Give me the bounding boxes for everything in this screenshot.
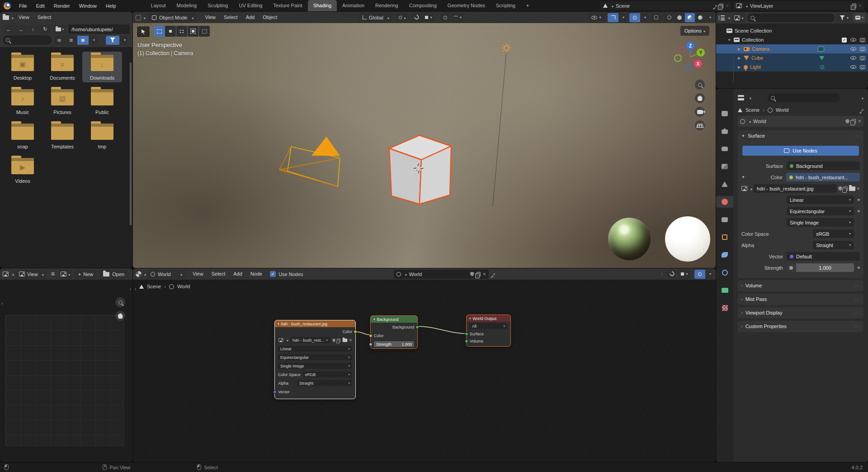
new-collection-button[interactable]: + [854,13,865,22]
scene-dropdown-icon[interactable] [610,3,613,9]
editor-type-dropdown-icon[interactable] [10,15,14,20]
output-target-dropdown[interactable]: All [467,322,510,330]
hide-eye-icon[interactable] [850,47,856,51]
panel-drag-handle[interactable]: :::: [854,311,860,315]
shading-rendered-button[interactable] [695,13,705,22]
shading-dropdown[interactable] [706,13,713,22]
pin-icon[interactable] [715,5,717,7]
node-environment-texture[interactable]: hdri - bush_restaurant.jpg Color hdri - … [275,320,355,399]
show-overlays-toggle[interactable] [629,13,640,22]
expand-arrow-icon[interactable]: ▶ [737,47,741,51]
env-color-space-row[interactable]: Color Space sRGB [275,370,355,379]
axis-y-positive[interactable]: Y [697,48,705,57]
display-thumbnails-button[interactable]: ▦ [77,36,89,45]
hide-eye-icon[interactable] [850,56,856,60]
file-browser-menu-item[interactable]: View [14,12,33,23]
viewport-menu-item[interactable]: Add [242,12,259,23]
node-overlays-toggle[interactable] [694,270,705,279]
folder-item[interactable]: ≡ Documents [42,52,82,82]
viewport-camera-view-button[interactable] [695,107,705,117]
proportional-editing-toggle[interactable] [440,13,451,22]
fake-user-icon[interactable] [470,272,474,277]
env-open-icon[interactable] [343,339,348,342]
mode-selector[interactable]: Object Mode [148,13,197,22]
select-mode-intersect-button[interactable] [199,26,210,37]
new-scene-icon[interactable] [719,4,723,8]
axis-z-positive[interactable]: Z [686,42,694,50]
folder-item[interactable]: ♪ Music [3,86,42,117]
properties-tab[interactable] [716,161,733,172]
shader-menu-item[interactable]: Node [246,268,266,280]
image-fake-user-icon[interactable] [838,186,842,191]
workspace-tab[interactable]: Scripting [491,0,521,11]
source-dropdown[interactable]: Single Image [787,218,854,227]
decorator-dot[interactable] [858,267,860,269]
properties-options-dropdown-icon[interactable] [860,95,863,100]
env-image-datablock[interactable]: hdri - bush_rest... [275,336,355,344]
decorator-dot[interactable] [858,199,860,201]
disable-render-icon[interactable] [860,65,865,69]
folder-item[interactable]: Public [82,86,122,117]
env-node-header[interactable]: hdri - bush_restaurant.jpg [275,320,355,327]
env-alpha-row[interactable]: Alpha Straight [275,379,355,387]
shader-editor-type-dropdown-icon[interactable] [142,272,146,277]
app-menu-item[interactable]: Window [75,3,101,9]
properties-type-dropdown-icon[interactable] [748,95,751,100]
pin-datablock-icon[interactable] [493,273,495,276]
surface-input-socket[interactable] [465,332,468,336]
surface-panel-header[interactable]: ▼Surface:::: [738,130,863,141]
folder-item[interactable]: tmp [82,120,122,151]
color-space-dropdown[interactable]: sRGB [813,229,854,238]
zoom-2d-button[interactable] [115,297,125,307]
outliner-row[interactable]: ▶ Light [716,62,868,72]
hide-eye-icon[interactable] [850,65,856,69]
refresh-button[interactable]: ↻ [39,25,51,34]
world-datablock-row[interactable]: World [738,116,863,127]
image-canvas-grid[interactable] [5,315,124,446]
properties-tab[interactable] [716,125,733,137]
viewport-pan-button[interactable] [695,93,705,103]
properties-breadcrumb-world[interactable]: World [776,107,789,113]
active-tool-select-box[interactable] [137,26,150,38]
workspace-tab[interactable]: + [521,0,534,11]
background-node-header[interactable]: Background [371,316,417,323]
properties-search-input[interactable] [768,93,840,102]
browse-image-button[interactable] [59,270,72,279]
xray-toggle[interactable] [651,13,661,22]
unlink-world-icon[interactable] [483,271,486,277]
env-option-dropdown[interactable]: Equirectangular [275,353,355,362]
filter-settings-dropdown[interactable] [120,36,128,45]
disable-render-icon[interactable] [860,47,865,51]
shading-wireframe-button[interactable] [664,13,674,22]
breadcrumb-scene[interactable]: Scene [147,284,161,289]
volume-input-socket[interactable] [465,339,468,343]
viewlayer-dropdown-icon[interactable] [744,3,748,9]
world-copy-icon[interactable] [852,119,856,124]
transform-orientation-dropdown[interactable]: Global [359,13,393,22]
proportional-falloff-dropdown[interactable] [451,13,464,22]
gizmo-dropdown[interactable] [619,13,626,22]
viewport-ortho-toggle-button[interactable] [695,120,705,130]
hide-eye-icon[interactable] [850,38,856,42]
options-dropdown[interactable]: Options [680,26,709,36]
outliner-row[interactable]: Scene Collection [716,26,868,35]
image-open-icon[interactable] [849,186,855,191]
app-menu-item[interactable]: Render [49,3,75,9]
outliner-search-input[interactable] [747,14,835,22]
color-expand-icon[interactable]: ▼ [741,175,745,179]
alpha-dropdown[interactable]: Straight [813,241,854,249]
strength-socket-cell[interactable] [787,263,796,272]
snap-settings-dropdown[interactable] [423,13,434,22]
select-mode-subtract-button[interactable] [176,26,187,37]
editor-type-properties-icon[interactable] [738,95,744,100]
viewport-menu-item[interactable]: View [201,12,220,23]
strength-slider[interactable]: 1.000 [796,263,854,272]
outliner-item-label[interactable]: Scene Collection [735,28,822,33]
axis-x-positive[interactable]: X [694,60,702,68]
env-option-dropdown[interactable]: Single Image [275,362,355,370]
workspace-tab[interactable]: Compositing [404,0,442,11]
new-viewlayer-icon[interactable] [852,4,856,8]
viewport-menu-item[interactable]: Object [259,12,281,23]
parent-dir-button[interactable]: ↑ [27,25,39,34]
panel-drag-handle[interactable]: :::: [854,324,860,329]
